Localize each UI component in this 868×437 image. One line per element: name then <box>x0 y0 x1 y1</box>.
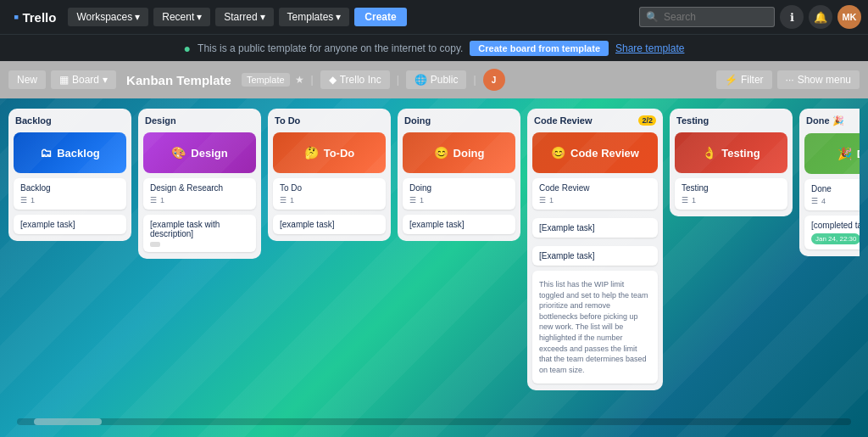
horizontal-scrollbar[interactable] <box>17 418 851 425</box>
task-card[interactable]: [Example task] <box>532 218 658 238</box>
task-title: [Example task] <box>539 251 595 261</box>
list-card[interactable]: [example task] <box>273 215 386 234</box>
card-title: Design & Research <box>150 183 249 193</box>
lists-container: Backlog🗂BacklogBacklog ☰ 1 [example task… <box>8 109 860 413</box>
card-meta: ☰ 1 <box>280 196 379 204</box>
list-card[interactable]: Doing ☰ 1 <box>403 178 515 210</box>
hero-text: Testing <box>721 147 760 160</box>
recent-menu[interactable]: Recent ▾ <box>153 8 210 26</box>
list-backlog: Backlog🗂BacklogBacklog ☰ 1 [example task… <box>8 109 131 241</box>
list-card[interactable]: Backlog ☰ 1 <box>14 178 126 210</box>
desc-icon: ☰ <box>20 196 27 204</box>
hero-text: Doing <box>453 147 485 160</box>
card-title: [completed task] <box>811 221 860 230</box>
list-testing: Testing👌TestingTesting ☰ 1 <box>670 109 793 216</box>
card-attachment-icon <box>150 242 160 247</box>
trello-logo-icon: ▪ <box>14 8 19 26</box>
chevron-down-icon: ▾ <box>260 11 265 23</box>
info-icon: ℹ <box>790 11 794 24</box>
board-nav-right: ⚡ Filter ··· Show menu <box>716 70 860 89</box>
hero-card-design[interactable]: 🎨Design <box>143 132 256 173</box>
list-title: Done 🎉 <box>806 115 844 126</box>
hero-text: Code Review <box>570 147 639 160</box>
chevron-down-icon: ▾ <box>103 74 108 86</box>
hero-emoji: 🎉 <box>837 147 852 160</box>
new-button[interactable]: New <box>8 70 46 89</box>
hero-emoji: 🤔 <box>304 146 319 160</box>
list-card[interactable]: [example task with description] <box>143 215 256 252</box>
starred-menu[interactable]: Starred ▾ <box>215 8 273 26</box>
card-title: [example task] <box>20 220 120 229</box>
list-card[interactable]: [example task] <box>14 215 126 234</box>
divider3: | <box>473 74 476 86</box>
workspaces-menu[interactable]: Workspaces ▾ <box>68 8 148 26</box>
list-header-codereview: Code Review2/2 <box>532 115 658 127</box>
user-avatar[interactable]: MK <box>837 5 861 29</box>
globe-icon: 🌐 <box>415 74 427 86</box>
board-member-avatar[interactable]: J <box>483 69 505 91</box>
card-title: [example task] <box>409 220 509 229</box>
hero-text: Done <box>857 148 860 160</box>
board-title: Kanban Template <box>121 73 236 87</box>
card-meta: ☰ 1 <box>150 196 249 204</box>
task-card[interactable]: [Example task] <box>532 246 658 266</box>
card-title: Done <box>811 184 860 193</box>
list-card[interactable]: Testing ☰ 1 <box>675 178 787 210</box>
list-card[interactable]: Done ☰ 4 <box>804 179 860 210</box>
hero-card-backlog[interactable]: 🗂Backlog <box>14 132 126 173</box>
banner-message: This is a public template for anyone on … <box>198 42 463 54</box>
list-title: Backlog <box>15 115 52 126</box>
list-card[interactable]: Code Review ☰ 1 <box>532 178 658 210</box>
desc-icon: ☰ <box>150 196 157 204</box>
search-input[interactable] <box>639 7 775 27</box>
workspace-button[interactable]: ◆ Trello Inc <box>320 70 390 89</box>
list-title: To Do <box>275 115 300 126</box>
board-area: Backlog🗂BacklogBacklog ☰ 1 [example task… <box>0 98 868 437</box>
public-template-banner: ● This is a public template for anyone o… <box>0 34 868 61</box>
card-meta: ☰ 1 <box>20 196 120 204</box>
share-template-link[interactable]: Share template <box>615 42 684 54</box>
notification-button[interactable]: 🔔 <box>809 5 832 29</box>
hero-text: To-Do <box>324 147 355 160</box>
templates-menu[interactable]: Templates ▾ <box>279 8 350 26</box>
hero-emoji: 🗂 <box>40 146 52 160</box>
list-card[interactable]: [completed task]Jan 24, 22:30 <box>804 216 860 249</box>
star-button[interactable]: ★ <box>295 74 304 86</box>
card-meta: ☰ 4 <box>811 197 860 205</box>
list-card[interactable]: To Do ☰ 1 <box>273 178 386 210</box>
card-title: Doing <box>409 183 509 193</box>
list-header-testing: Testing <box>675 115 787 127</box>
create-board-from-template-button[interactable]: Create board from template <box>470 41 609 56</box>
list-card[interactable]: This list has the WIP limit toggled and … <box>532 271 658 384</box>
show-menu-button[interactable]: ··· Show menu <box>777 70 860 89</box>
card-meta: ☰ 1 <box>409 196 509 204</box>
create-button[interactable]: Create <box>354 8 406 26</box>
card-title: Testing <box>682 183 781 193</box>
card-title: [example task] <box>280 220 379 229</box>
menu-icon: ··· <box>786 74 794 86</box>
card-title: To Do <box>280 183 379 193</box>
board-view-button[interactable]: ▦ Board ▾ <box>51 70 116 89</box>
hero-card-doing[interactable]: 😊Doing <box>403 132 515 173</box>
hero-card-testing[interactable]: 👌Testing <box>675 132 787 173</box>
visibility-button[interactable]: 🌐 Public <box>406 70 467 89</box>
hero-card-todo[interactable]: 🤔To-Do <box>273 132 386 173</box>
card-description: This list has the WIP limit toggled and … <box>539 279 651 375</box>
chevron-down-icon: ▾ <box>197 11 202 23</box>
list-design: Design🎨DesignDesign & Research ☰ 1 [exam… <box>138 109 261 259</box>
list-card[interactable]: Design & Research ☰ 1 <box>143 178 256 210</box>
scrollbar-thumb <box>34 418 102 425</box>
hero-emoji: 😊 <box>434 146 448 160</box>
filter-button[interactable]: ⚡ Filter <box>716 70 772 89</box>
trello-logo[interactable]: ▪ Trello <box>7 5 63 30</box>
desc-icon: ☰ <box>682 196 688 204</box>
hero-card-done[interactable]: 🎉Done <box>804 133 860 174</box>
hero-card-codereview[interactable]: 😊Code Review <box>532 132 658 173</box>
list-card[interactable]: [example task] <box>403 215 515 234</box>
trello-wordmark: Trello <box>22 10 56 25</box>
task-title: [Example task] <box>539 223 595 233</box>
card-meta: ☰ 1 <box>682 196 781 204</box>
info-button[interactable]: ℹ <box>780 5 804 29</box>
hero-emoji: 👌 <box>702 146 716 160</box>
search-wrapper: 🔍 <box>639 7 775 27</box>
